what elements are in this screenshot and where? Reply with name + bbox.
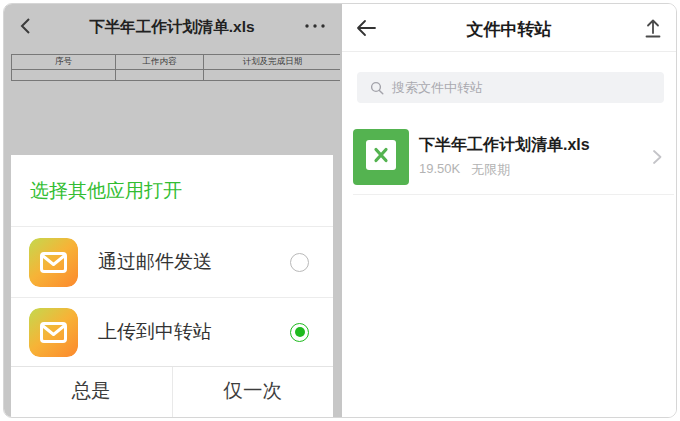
- file-size: 19.50K: [419, 161, 460, 179]
- always-button[interactable]: 总是: [11, 367, 172, 418]
- open-with-dialog: 选择其他应用打开 通过邮件发送: [11, 155, 333, 417]
- back-arrow-icon[interactable]: [355, 18, 377, 38]
- panel-divider: [340, 4, 342, 417]
- file-list-item[interactable]: 下半年工作计划清单.xls 19.50K 无限期: [342, 119, 676, 195]
- mail-app-icon: [29, 238, 78, 287]
- option-upload-to-transfer[interactable]: 上传到中转站: [11, 297, 333, 366]
- radio-selected[interactable]: [290, 323, 309, 342]
- spreadsheet-viewer-panel: 下半年工作计划清单.xls 序号 工作内容 计划及完成日期 选择其他应用打开: [4, 4, 340, 417]
- option-send-by-email[interactable]: 通过邮件发送: [11, 226, 333, 297]
- transfer-header: 文件中转站: [342, 4, 676, 52]
- file-info: 下半年工作计划清单.xls 19.50K 无限期: [419, 135, 590, 179]
- dialog-footer: 总是 仅一次: [11, 366, 333, 418]
- option-label: 上传到中转站: [98, 319, 212, 345]
- radio-unselected[interactable]: [290, 253, 309, 272]
- file-transfer-station-panel: 文件中转站 搜索文件中转站 下半年工作计划清单.xl: [342, 4, 676, 417]
- search-input[interactable]: 搜索文件中转站: [357, 72, 664, 103]
- file-expiry: 无限期: [471, 161, 510, 179]
- option-label: 通过邮件发送: [98, 249, 212, 275]
- page-title: 文件中转站: [392, 18, 626, 41]
- search-placeholder: 搜索文件中转站: [392, 79, 483, 97]
- mail-app-icon: [29, 308, 78, 357]
- file-meta: 19.50K 无限期: [419, 161, 590, 179]
- dialog-title: 选择其他应用打开: [11, 155, 333, 226]
- excel-file-icon: [353, 129, 409, 185]
- excel-x-glyph: [371, 145, 391, 165]
- screenshot-frame: 下半年工作计划清单.xls 序号 工作内容 计划及完成日期 选择其他应用打开: [3, 3, 677, 418]
- upload-icon[interactable]: [643, 17, 663, 39]
- just-once-button[interactable]: 仅一次: [172, 367, 334, 418]
- search-icon: [370, 81, 384, 95]
- file-name: 下半年工作计划清单.xls: [419, 135, 590, 156]
- chevron-right-icon: [650, 147, 664, 167]
